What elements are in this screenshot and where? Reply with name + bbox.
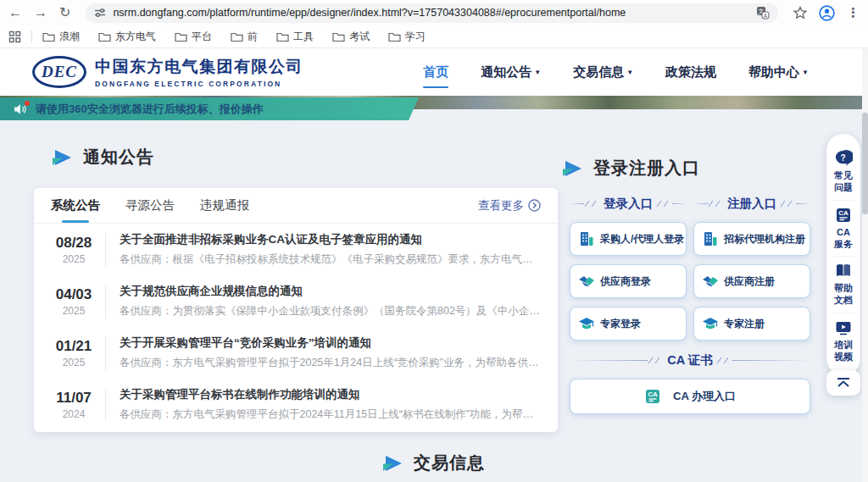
url-text[interactable]: nsrm.dongfang.com/platform/runtime/epp/d…	[113, 7, 749, 19]
section-arrow-icon	[53, 150, 71, 165]
nav-policies[interactable]: 政策法规	[665, 64, 716, 80]
translate-icon[interactable]: 文 A	[756, 6, 770, 19]
alert-dot	[25, 101, 30, 106]
svg-text:?: ?	[840, 153, 845, 163]
bookmark-folder[interactable]: 浪潮	[42, 30, 80, 44]
divider	[105, 285, 106, 319]
apps-grid-icon[interactable]	[8, 30, 21, 43]
handshake-icon	[702, 273, 719, 290]
login-entry-header: 登录入口	[570, 195, 687, 212]
notice-title[interactable]: 关于采购管理平台标书在线制作功能培训的通知	[120, 387, 542, 402]
bookmarks-bar: 浪潮 东方电气 平台 前 工具 考试 学习	[0, 25, 868, 48]
collapse-up-icon	[836, 377, 851, 389]
folder-icon	[388, 31, 401, 42]
notice-summary: 各供应商：为贯彻落实《保障中小企业款项支付条例》（国务院令第802号）及《中小企…	[120, 304, 542, 319]
url-bar[interactable]: nsrm.dongfang.com/platform/runtime/epp/d…	[86, 3, 778, 23]
bookmark-star-icon[interactable]	[793, 6, 807, 19]
notices-tabs: 系统公告 寻源公告 违规通报 查看更多	[34, 188, 558, 224]
video-icon	[835, 319, 852, 336]
notice-title[interactable]: 关于全面推进非招标采购业务CA认证及电子签章应用的通知	[120, 232, 542, 247]
circle-arrow-icon	[528, 199, 541, 212]
svg-text:CA: CA	[648, 391, 658, 398]
bookmark-folder[interactable]: 平台	[175, 30, 212, 44]
sidebar-item-training-videos[interactable]: 培训视频	[832, 313, 854, 369]
login-section-title: 登录注册入口	[563, 157, 700, 180]
notice-date: 08/28 2025	[53, 235, 95, 265]
scrollbar-thumb[interactable]	[862, 113, 868, 214]
bidding-agency-register-button[interactable]: 招标代理机构注册	[693, 222, 810, 256]
expert-login-button[interactable]: 专家登录	[570, 307, 687, 341]
back-icon[interactable]: ←	[8, 6, 22, 19]
notice-row[interactable]: 01/21 2025 关于开展采购管理平台“竞价采购业务”培训的通知 各供应商：…	[34, 327, 558, 379]
tab-system-notices[interactable]: 系统公告	[51, 188, 100, 223]
register-entry-header: 注册入口	[693, 195, 810, 212]
tab-violation-reports[interactable]: 违规通报	[200, 188, 249, 223]
notice-summary: 各供应商：根据《电子招标投标系统技术规范》《电子采购交易规范》要求，东方电气采购…	[120, 252, 542, 267]
bookmark-folder[interactable]: 工具	[276, 30, 314, 44]
trade-info-section: 交易信息	[0, 452, 868, 474]
bookmark-folder[interactable]: 前	[231, 30, 258, 44]
notices-card: 系统公告 寻源公告 违规通报 查看更多 08/28 2025 关于全面推进非招标…	[34, 188, 558, 432]
folder-icon	[42, 31, 55, 42]
site-settings-icon[interactable]	[94, 7, 106, 19]
dec-logo[interactable]: DEC	[32, 56, 86, 88]
supplier-login-button[interactable]: 供应商登录	[570, 264, 687, 298]
chevron-down-icon: ▼	[534, 69, 541, 76]
nav-help-center[interactable]: 帮助中心▼	[748, 64, 809, 80]
speaker-icon	[14, 103, 27, 115]
folder-icon	[276, 31, 289, 42]
expert-register-button[interactable]: 专家注册	[693, 307, 810, 341]
trade-info-title: 交易信息	[414, 452, 485, 474]
ca-certificate-header: CA 证书	[570, 352, 810, 368]
divider	[105, 388, 106, 422]
ca-card-icon: CA	[835, 207, 852, 224]
browser-toolbar: ← → ↻ nsrm.dongfang.com/platform/runtime…	[0, 0, 868, 25]
notice-row[interactable]: 04/03 2025 关于规范供应商企业规模信息的通知 各供应商：为贯彻落实《保…	[34, 275, 558, 327]
notice-summary: 各供应商：东方电气采购管理平台拟于2024年11月15日上线“标书在线制作”功能…	[120, 407, 542, 422]
notice-ticker[interactable]: 请使用360安全浏览器进行后续投标、报价操作	[0, 97, 419, 120]
forward-icon[interactable]: →	[34, 6, 47, 19]
company-name-en: DONGFANG ELECTRIC CORPORATION	[95, 80, 303, 88]
quick-sidebar: ? 常见问题 CA CA服务 帮助文档 培训视频	[826, 134, 860, 375]
sidebar-item-help-docs[interactable]: 帮助文档	[832, 256, 854, 313]
building-icon	[578, 230, 595, 247]
login-register-panel: 登录入口 注册入口 采购人/代理人登录 招标代理机构注册	[570, 195, 810, 414]
notice-title[interactable]: 关于规范供应商企业规模信息的通知	[120, 284, 542, 299]
chevron-down-icon: ▼	[802, 69, 809, 76]
bookmark-folder[interactable]: 东方电气	[98, 30, 156, 44]
notice-summary: 各供应商：东方电气采购管理平台拟于2025年1月24日上线“竞价采购”业务，为帮…	[120, 356, 542, 370]
book-icon	[835, 263, 852, 280]
company-name-block: 中国东方电气集团有限公司 DONGFANG ELECTRIC CORPORATI…	[95, 56, 303, 88]
notice-title[interactable]: 关于开展采购管理平台“竞价采购业务”培训的通知	[120, 335, 542, 351]
svg-text:CA: CA	[838, 209, 849, 217]
nav-home[interactable]: 首页	[423, 64, 448, 80]
sidebar-item-ca-service[interactable]: CA CA服务	[832, 200, 854, 257]
bookmark-folder[interactable]: 学习	[388, 30, 426, 44]
scrollbar-track[interactable]	[862, 48, 868, 482]
folder-icon	[231, 31, 243, 42]
handshake-icon	[578, 273, 595, 290]
notice-row[interactable]: 11/07 2024 关于采购管理平台标书在线制作功能培训的通知 各供应商：东方…	[34, 379, 558, 430]
section-arrow-icon	[563, 161, 581, 176]
question-bubble-icon: ?	[834, 150, 853, 167]
divider	[105, 336, 106, 370]
nav-notices[interactable]: 通知公告▼	[481, 64, 541, 80]
browser-menu-icon[interactable]: ⋮	[847, 5, 860, 20]
nav-trade-info[interactable]: 交易信息▼	[573, 64, 633, 80]
refresh-icon[interactable]: ↻	[59, 6, 70, 19]
sidebar-item-faq[interactable]: ? 常见问题	[832, 144, 854, 200]
graduation-cap-icon	[578, 315, 595, 332]
svg-text:A: A	[764, 13, 768, 19]
bookmark-folder[interactable]: 考试	[332, 30, 370, 44]
view-more-link[interactable]: 查看更多	[478, 198, 541, 213]
profile-avatar-icon[interactable]	[819, 5, 835, 21]
notice-date: 01/21 2025	[53, 338, 95, 368]
graduation-cap-icon	[702, 315, 719, 332]
tab-sourcing-notices[interactable]: 寻源公告	[125, 188, 175, 223]
notice-row[interactable]: 08/28 2025 关于全面推进非招标采购业务CA认证及电子签章应用的通知 各…	[34, 224, 558, 275]
folder-icon	[332, 31, 345, 42]
supplier-register-button[interactable]: 供应商注册	[693, 264, 810, 298]
collapse-sidebar-button[interactable]	[826, 370, 860, 396]
ca-apply-button[interactable]: CA CA 办理入口	[570, 379, 810, 414]
purchaser-agent-login-button[interactable]: 采购人/代理人登录	[570, 222, 687, 256]
